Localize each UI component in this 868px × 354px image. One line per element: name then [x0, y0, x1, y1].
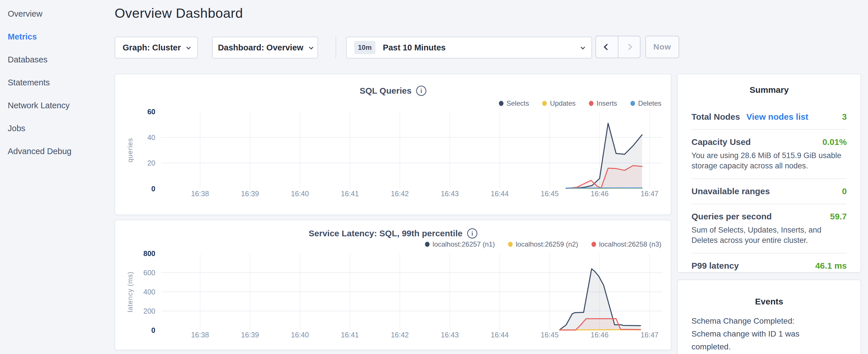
svg-text:16:38: 16:38 — [191, 331, 209, 339]
svg-text:600: 600 — [143, 269, 155, 277]
p99-latency-value: 46.1 ms — [815, 261, 847, 271]
dashboard-dropdown-label: Dashboard: Overview — [218, 43, 303, 53]
sidebar-item-advanced-debug[interactable]: Advanced Debug — [0, 140, 115, 163]
svg-text:16:45: 16:45 — [541, 331, 559, 339]
dashboard-dropdown[interactable]: Dashboard: Overview — [212, 37, 318, 58]
svg-text:40: 40 — [147, 133, 155, 141]
service-latency-chart: 020040060080016:3816:3916:4016:4116:4216… — [115, 247, 672, 350]
svg-text:16:42: 16:42 — [391, 190, 409, 198]
p99-latency-label: P99 latency — [691, 261, 739, 271]
info-icon[interactable]: i — [416, 86, 426, 96]
event-list-item[interactable]: Schema Change Completed: Schema change w… — [691, 315, 847, 354]
app-root: OverviewMetricsDatabasesStatementsNetwor… — [0, 0, 868, 354]
summary-title: Summary — [678, 74, 861, 95]
svg-text:16:41: 16:41 — [341, 190, 359, 198]
chevron-down-icon — [186, 45, 191, 50]
unavailable-ranges-label: Unavailable ranges — [691, 187, 770, 196]
time-range-label: Past 10 Minutes — [383, 43, 445, 53]
svg-text:16:39: 16:39 — [241, 190, 259, 198]
svg-text:16:43: 16:43 — [441, 190, 459, 198]
sidebar-item-databases[interactable]: Databases — [0, 48, 115, 71]
legend-dot-icon — [508, 242, 513, 247]
graph-dropdown-label: Graph: Cluster — [123, 43, 181, 53]
legend-dot-icon — [591, 242, 596, 247]
svg-text:200: 200 — [143, 307, 155, 315]
capacity-used-label: Capacity Used — [691, 137, 751, 147]
svg-text:16:46: 16:46 — [591, 331, 609, 339]
svg-text:20: 20 — [147, 159, 155, 167]
svg-text:400: 400 — [143, 288, 155, 296]
event-message: Schema Change Completed: Schema change w… — [691, 315, 823, 353]
summary-row-total-nodes: Total Nodes View nodes list 3 — [691, 104, 847, 130]
summary-row-capacity: Capacity Used 0.01% You are using 28.6 M… — [691, 130, 847, 179]
events-title: Events — [678, 280, 861, 307]
svg-text:16:38: 16:38 — [191, 190, 209, 198]
chevron-left-icon — [603, 44, 610, 51]
sql-queries-chart-card: SQL Queries i SelectsUpdatesInsertsDelet… — [115, 74, 672, 215]
svg-text:16:40: 16:40 — [291, 331, 309, 339]
svg-text:16:42: 16:42 — [391, 331, 409, 339]
svg-text:queries: queries — [126, 138, 134, 163]
sidebar-item-overview[interactable]: Overview — [0, 2, 115, 25]
graph-dropdown[interactable]: Graph: Cluster — [115, 37, 198, 58]
now-button[interactable]: Now — [645, 36, 679, 58]
svg-text:0: 0 — [151, 185, 155, 193]
svg-text:16:46: 16:46 — [591, 190, 609, 198]
svg-text:16:47: 16:47 — [641, 190, 658, 198]
sidebar-item-metrics[interactable]: Metrics — [0, 25, 115, 48]
unavailable-ranges-value: 0 — [842, 187, 847, 196]
summary-rows: Total Nodes View nodes list 3 Capacity U… — [691, 104, 847, 278]
svg-text:16:43: 16:43 — [441, 331, 459, 339]
sidebar-item-network-latency[interactable]: Network Latency — [0, 94, 115, 117]
legend-dot-icon — [499, 101, 503, 106]
summary-row-qps: Queries per second 59.7 Sum of Selects, … — [691, 204, 847, 254]
svg-text:16:47: 16:47 — [641, 331, 658, 339]
capacity-used-value: 0.01% — [823, 137, 847, 147]
svg-text:16:44: 16:44 — [491, 331, 509, 339]
queries-per-second-label: Queries per second — [691, 212, 772, 221]
summary-panel: Summary Total Nodes View nodes list 3 Ca… — [677, 74, 861, 273]
queries-per-second-value: 59.7 — [830, 212, 847, 221]
chart-title: SQL Queries — [360, 86, 411, 96]
time-range-badge: 10m — [354, 41, 375, 54]
info-icon[interactable]: i — [467, 228, 477, 238]
total-nodes-value: 3 — [842, 112, 847, 122]
time-range-dropdown[interactable]: 10m Past 10 Minutes — [346, 37, 592, 58]
svg-text:16:41: 16:41 — [341, 331, 359, 339]
time-step-button-group — [595, 36, 641, 58]
svg-text:60: 60 — [147, 108, 155, 116]
svg-text:16:40: 16:40 — [291, 190, 309, 198]
summary-row-p99-latency: P99 latency 46.1 ms — [691, 254, 847, 278]
legend-dot-icon — [542, 101, 547, 106]
sidebar: OverviewMetricsDatabasesStatementsNetwor… — [0, 0, 115, 354]
chart-header: SQL Queries i — [115, 86, 671, 96]
queries-per-second-description: Sum of Selects, Updates, Inserts, and De… — [691, 225, 847, 246]
svg-text:800: 800 — [143, 250, 155, 257]
page-title: Overview Dashboard — [115, 5, 243, 21]
summary-row-unavailable-ranges: Unavailable ranges 0 — [691, 179, 847, 204]
svg-text:0: 0 — [151, 326, 155, 334]
sidebar-item-jobs[interactable]: Jobs — [0, 117, 115, 140]
chart-title: Service Latency: SQL, 99th percentile — [309, 229, 463, 238]
legend-dot-icon — [630, 101, 635, 106]
svg-text:16:39: 16:39 — [241, 331, 259, 339]
chevron-down-icon — [581, 45, 585, 50]
controls-divider — [336, 37, 336, 58]
total-nodes-label: Total Nodes — [691, 112, 740, 122]
chart-header: Service Latency: SQL, 99th percentile i — [115, 228, 671, 238]
svg-text:16:45: 16:45 — [541, 190, 559, 198]
legend-dot-icon — [589, 101, 593, 106]
sql-queries-chart: 020406016:3816:3916:4016:4116:4216:4316:… — [115, 106, 672, 215]
service-latency-chart-card: Service Latency: SQL, 99th percentile i … — [115, 220, 672, 350]
svg-text:latency (ms): latency (ms) — [126, 271, 134, 313]
chevron-down-icon — [309, 45, 313, 50]
legend-dot-icon — [425, 242, 430, 247]
capacity-used-description: You are using 28.6 MiB of 515.9 GiB usab… — [691, 150, 847, 171]
sidebar-item-statements[interactable]: Statements — [0, 71, 115, 94]
time-backward-button[interactable] — [596, 36, 618, 58]
svg-text:16:44: 16:44 — [491, 190, 509, 198]
events-panel: Events Schema Change Completed: Schema c… — [677, 280, 861, 354]
chevron-right-icon — [626, 44, 632, 51]
time-forward-button[interactable] — [618, 36, 640, 58]
view-nodes-list-link[interactable]: View nodes list — [746, 112, 808, 122]
